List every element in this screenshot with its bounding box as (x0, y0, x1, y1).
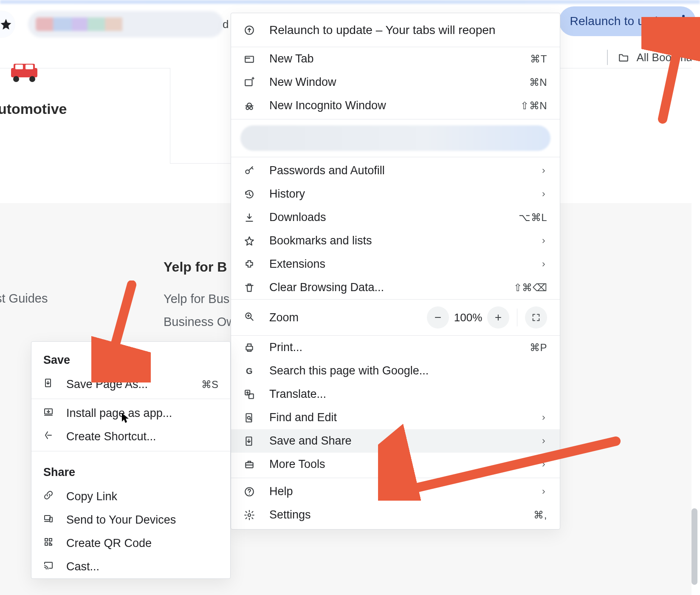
extension-icon (244, 259, 255, 270)
submenu-item-create-qr[interactable]: Create QR Code (31, 532, 230, 555)
help-icon (244, 486, 255, 497)
history-icon (244, 189, 255, 200)
submenu-item-install-app[interactable]: Install page as app... (31, 402, 230, 425)
incognito-icon (244, 100, 255, 111)
zoom-icon (244, 311, 255, 324)
category-label: utomotive (0, 101, 67, 117)
svg-rect-7 (245, 56, 254, 62)
tab-icon (244, 54, 255, 65)
toolbox-icon (244, 459, 255, 470)
qr-icon (43, 537, 54, 550)
annotation-arrow-1 (378, 16, 684, 501)
gear-icon (244, 510, 255, 521)
top-blur-bar (0, 0, 700, 4)
svg-rect-28 (49, 538, 52, 541)
svg-point-4 (13, 76, 19, 82)
save-share-icon (244, 436, 255, 447)
submenu-separator (31, 451, 230, 451)
save-page-icon (43, 378, 54, 391)
key-icon (244, 165, 255, 176)
shortcut-icon (43, 430, 54, 443)
submenu-separator (31, 399, 230, 399)
devices-icon (43, 513, 54, 527)
footer-link-1[interactable]: Yelp for Bus (164, 292, 229, 306)
star-icon (0, 18, 12, 31)
mouse-cursor-icon (121, 412, 130, 426)
submenu-item-copy-link[interactable]: Copy Link (31, 485, 230, 508)
shortcut-text: ⌘, (533, 509, 547, 521)
google-g-icon: G (244, 366, 255, 377)
menu-item-settings[interactable]: Settings ⌘, (231, 503, 560, 527)
translate-icon (244, 389, 255, 400)
svg-rect-8 (245, 79, 252, 85)
svg-rect-27 (45, 538, 48, 541)
submenu-heading-share: Share (31, 454, 230, 485)
svg-point-22 (248, 513, 251, 516)
update-icon (244, 25, 255, 36)
svg-rect-2 (15, 65, 23, 69)
link-icon (43, 490, 54, 503)
svg-rect-26 (50, 517, 52, 522)
scrollbar-thumb[interactable] (692, 508, 697, 585)
download-icon (244, 212, 255, 223)
address-bar-blurred (28, 11, 223, 37)
svg-text:G: G (246, 366, 253, 376)
print-icon (244, 342, 255, 353)
submenu-item-cast[interactable]: Cast... (31, 555, 230, 578)
annotation-arrow-2 (641, 17, 700, 128)
bookmark-star-pill[interactable] (0, 11, 15, 37)
footer-link-2[interactable]: Business Ow (164, 315, 235, 329)
cast-icon (43, 560, 54, 573)
footer-link-guides[interactable]: st Guides (0, 292, 48, 306)
submenu-item-send-devices[interactable]: Send to Your Devices (31, 508, 230, 532)
footer-heading: Yelp for B (164, 259, 227, 275)
find-icon (244, 412, 255, 423)
annotation-arrow-3 (91, 280, 151, 382)
new-window-icon (244, 77, 255, 88)
svg-rect-13 (246, 346, 252, 350)
svg-rect-3 (25, 65, 33, 69)
install-icon (43, 407, 54, 420)
star-outline-icon (244, 235, 255, 246)
shortcut-text: ⌘S (201, 379, 218, 391)
svg-point-5 (29, 76, 35, 82)
trash-icon (244, 282, 255, 293)
svg-rect-17 (246, 414, 251, 422)
submenu-item-create-shortcut[interactable]: Create Shortcut... (31, 425, 230, 448)
svg-rect-29 (45, 543, 48, 545)
address-fragment: d (223, 18, 229, 31)
car-icon (9, 63, 39, 84)
